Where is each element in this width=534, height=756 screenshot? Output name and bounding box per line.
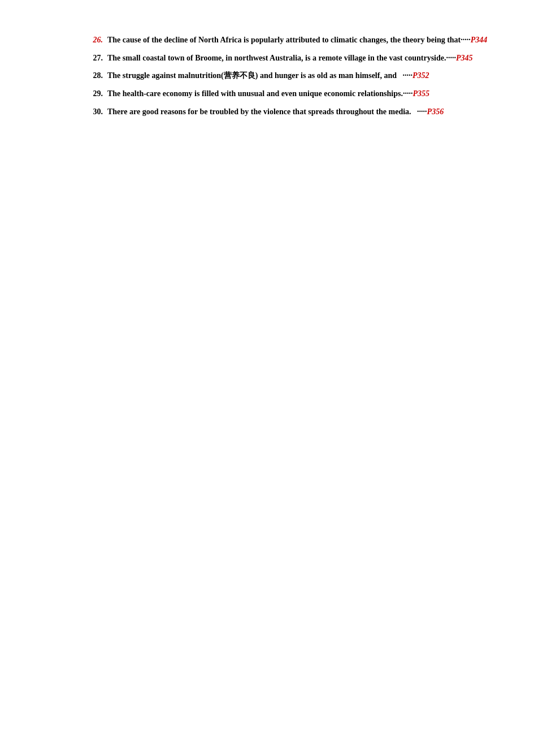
item-content-27: The small coastal town of Broome, in nor… <box>107 52 489 64</box>
page: 26. The cause of the decline of North Af… <box>0 0 534 756</box>
page-ref-28: P352 <box>413 71 429 80</box>
item-content-26: The cause of the decline of North Africa… <box>107 34 489 46</box>
page-ref-27: P345 <box>456 54 473 62</box>
list-item: 29. The health-care economy is filled wi… <box>79 88 489 100</box>
item-number-29: 29. <box>79 88 107 100</box>
list-item: 30. There are good reasons for be troubl… <box>79 106 489 118</box>
item-content-30: There are good reasons for be troubled b… <box>107 106 489 118</box>
page-ref-26: P344 <box>471 36 488 44</box>
item-number-30: 30. <box>79 106 107 118</box>
item-number-27: 27. <box>79 52 107 64</box>
item-content-28: The struggle against malnutrition(营养不良) … <box>107 70 489 82</box>
list-item: 27. The small coastal town of Broome, in… <box>79 52 489 64</box>
item-number-26: 26. <box>79 34 107 46</box>
item-content-29: The health-care economy is filled with u… <box>107 88 489 100</box>
page-ref-30: P356 <box>427 107 444 116</box>
list-item: 28. The struggle against malnutrition(营养… <box>79 70 489 82</box>
item-number-28: 28. <box>79 70 107 81</box>
page-ref-29: P355 <box>413 89 429 98</box>
content-list: 26. The cause of the decline of North Af… <box>79 34 489 118</box>
list-item: 26. The cause of the decline of North Af… <box>79 34 489 46</box>
